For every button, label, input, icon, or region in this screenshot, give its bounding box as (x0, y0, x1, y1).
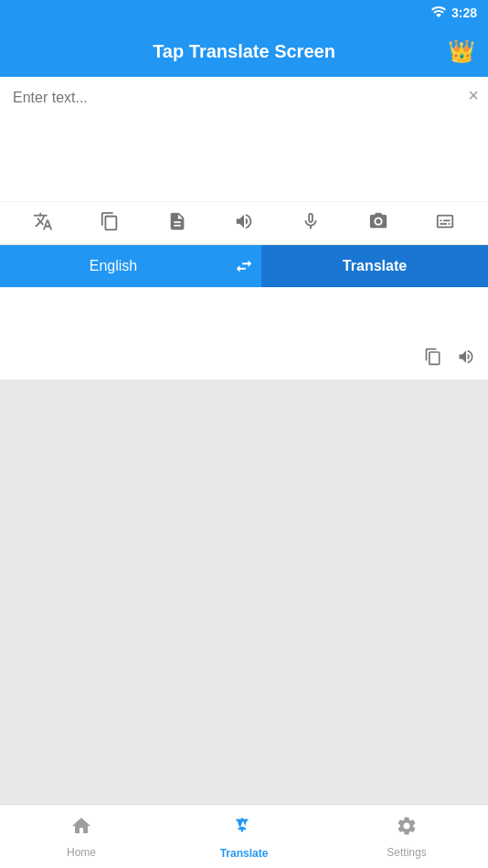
status-bar: 3:28 (0, 0, 488, 26)
home-icon (70, 815, 92, 842)
home-label: Home (67, 846, 96, 859)
input-card: × (0, 77, 488, 245)
input-area: × (0, 77, 488, 201)
file-icon[interactable] (164, 208, 191, 235)
auto-detect-icon[interactable] (29, 208, 57, 235)
crown-icon[interactable]: 👑 (448, 38, 475, 64)
output-speaker-icon[interactable] (457, 348, 475, 370)
camera-icon[interactable] (365, 208, 392, 235)
close-button[interactable]: × (468, 86, 479, 104)
translate-label: Translate (220, 847, 269, 860)
nav-item-home[interactable]: Home (0, 808, 163, 866)
status-icons: 3:28 (431, 5, 477, 21)
speaker-icon[interactable] (230, 208, 258, 235)
empty-area (0, 380, 488, 828)
translation-output (13, 300, 475, 337)
copy-icon[interactable] (96, 208, 123, 235)
mic-icon[interactable] (297, 208, 324, 235)
input-toolbar (0, 201, 488, 244)
app-title: Tap Translate Screen (153, 41, 335, 62)
status-time: 3:28 (451, 5, 477, 20)
output-copy-icon[interactable] (424, 348, 442, 370)
source-language-button[interactable]: English (0, 245, 227, 287)
screen-capture-icon[interactable] (431, 208, 459, 235)
output-area (0, 287, 488, 344)
output-card (0, 287, 488, 380)
settings-label: Settings (387, 846, 426, 859)
nav-item-translate[interactable]: Translate (163, 807, 325, 867)
translate-nav-icon (232, 814, 256, 843)
nav-item-settings[interactable]: Settings (325, 808, 488, 866)
wifi-icon (431, 5, 446, 21)
app-header: Tap Translate Screen 👑 (0, 26, 488, 77)
translation-input[interactable] (13, 90, 475, 190)
settings-icon (396, 815, 418, 842)
output-toolbar (0, 344, 488, 380)
bottom-nav: Home Translate Settings (0, 804, 488, 868)
swap-language-button[interactable] (227, 245, 261, 287)
translate-button[interactable]: Translate (261, 245, 488, 287)
language-bar: English Translate (0, 245, 488, 287)
